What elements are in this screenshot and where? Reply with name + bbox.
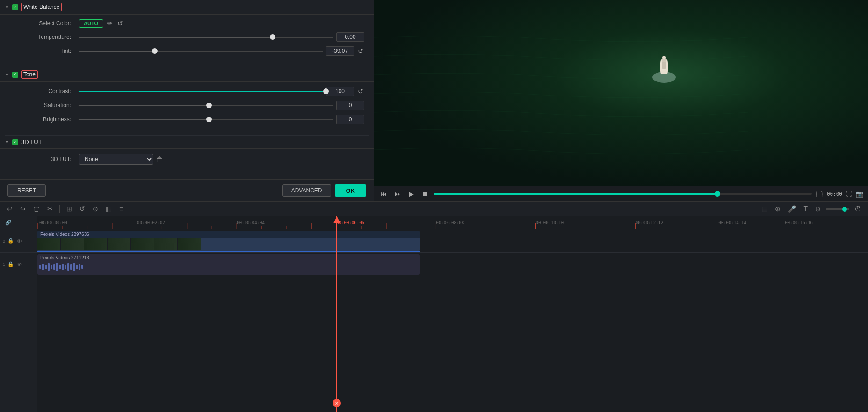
wbar-2 [42, 264, 44, 270]
step-back-button[interactable]: ⏭ [393, 189, 403, 199]
tone-title: Tone [21, 70, 38, 79]
crop-button[interactable]: ⊙ [90, 204, 101, 214]
lut3d-section-header[interactable]: ▼ 3D LUT [0, 136, 374, 149]
video-track: Pexels Videos 2297636 [37, 229, 868, 253]
progress-bar[interactable] [434, 193, 812, 195]
video-preview [374, 0, 868, 186]
curly-brace-right: } [821, 191, 823, 197]
split-button[interactable]: ⊞ [64, 204, 74, 214]
layer-button[interactable]: ▤ [759, 204, 770, 214]
lut-select[interactable]: None Vivid Cinematic Cool Warm [79, 154, 153, 165]
link-toggle-button[interactable]: 🔗 [3, 218, 14, 227]
video-clip-1-thumbnails [37, 238, 420, 251]
track-1-lock[interactable]: 🔒 [7, 261, 14, 268]
video-clip-selection-bar [37, 251, 420, 252]
video-clip-1[interactable]: Pexels Videos 2297636 [37, 231, 420, 251]
thumb-3 [84, 238, 108, 250]
saturation-slider[interactable] [79, 102, 333, 109]
auto-button[interactable]: AUTO [79, 19, 103, 28]
bottom-buttons: RESET ADVANCED OK [0, 179, 374, 201]
redo-button[interactable]: ↪ [18, 204, 28, 214]
brightness-slider[interactable] [79, 116, 333, 123]
fullscreen-icon[interactable]: ⛶ [846, 191, 852, 198]
track-2-lock[interactable]: 🔒 [7, 237, 14, 244]
white-balance-section-header[interactable]: ▼ White Balance [0, 0, 374, 15]
skip-back-button[interactable]: ⏮ [379, 189, 389, 199]
eyedropper-icon[interactable]: ✏ [106, 20, 114, 27]
wb-checkbox[interactable] [12, 4, 18, 10]
wbar-16 [81, 265, 83, 269]
undo-button[interactable]: ↩ [5, 204, 15, 214]
toolbar: ↩ ↪ 🗑 ✂ ⊞ ↺ ⊙ ▦ ≡ ▤ ⊕ 🎤 T ⊖ ⏱ [0, 202, 868, 216]
saturation-value[interactable] [336, 101, 364, 110]
playback-right-icons: ⛶ 📷 [846, 191, 863, 198]
wbar-9 [62, 264, 64, 270]
lut-label: 3D LUT: [23, 156, 75, 162]
brightness-value[interactable] [336, 115, 364, 124]
wbar-1 [39, 265, 41, 269]
advanced-button[interactable]: ADVANCED [282, 184, 331, 197]
wbar-7 [56, 263, 58, 271]
text-button[interactable]: T [801, 204, 810, 214]
grid-button[interactable]: ▦ [103, 204, 114, 214]
tone-checkbox[interactable] [12, 72, 18, 78]
brightness-row: Brightness: [23, 115, 364, 124]
contrast-slider[interactable] [79, 88, 323, 95]
white-balance-title: White Balance [21, 3, 62, 11]
temperature-slider[interactable] [79, 33, 333, 41]
contrast-label: Contrast: [23, 88, 75, 95]
play-button[interactable]: ▶ [407, 189, 416, 199]
reset-button[interactable]: RESET [7, 184, 46, 197]
ok-button[interactable]: OK [335, 184, 367, 197]
track-1-eye[interactable]: 👁 [16, 261, 22, 268]
tint-value[interactable] [326, 46, 354, 56]
record-button[interactable]: ⊕ [773, 204, 783, 214]
temperature-value[interactable] [336, 32, 364, 42]
track-1-header: 1 🔒 👁 [0, 253, 37, 276]
clock-button[interactable]: ⏱ [852, 204, 863, 214]
track-2-header: 2 🔒 👁 [0, 229, 37, 253]
wb-chevron-icon: ▼ [5, 5, 9, 10]
reset-contrast-icon[interactable]: ↺ [357, 88, 364, 95]
progress-thumb[interactable] [715, 191, 720, 197]
curly-brace-left: { [816, 191, 817, 197]
audio-waveform [37, 261, 420, 272]
tracks-content: Pexels Videos 2297636 [37, 229, 868, 412]
track-2-eye[interactable]: 👁 [16, 238, 22, 244]
wbar-14 [76, 265, 78, 269]
thumb-6 [154, 238, 178, 250]
delete-lut-icon[interactable]: 🗑 [156, 155, 163, 163]
timeline-ruler: 00:00:00:00 00:00:02:02 00:00:04:04 00:0… [37, 216, 868, 229]
cut-button[interactable]: ✂ [45, 204, 55, 214]
timeline-scroll-area[interactable]: 00:00:00:00 00:00:02:02 00:00:04:04 00:0… [37, 216, 868, 412]
tone-section-header[interactable]: ▼ Tone [0, 67, 374, 82]
contrast-value[interactable] [326, 87, 354, 96]
audio-clip-1[interactable]: Pexels Videos 2711213 [37, 254, 420, 275]
mic-button[interactable]: 🎤 [786, 204, 798, 214]
track-headers: 🔗 2 🔒 👁 1 🔒 👁 [0, 216, 37, 412]
thumb-7 [178, 238, 201, 250]
audio-clip-1-label: Pexels Videos 2711213 [37, 254, 420, 261]
stop-button[interactable]: ⏹ [420, 189, 430, 199]
zoom-slider[interactable] [826, 208, 849, 210]
video-clip-1-label: Pexels Videos 2297636 [37, 231, 420, 238]
tone-body: Contrast: ↺ Saturation: [0, 82, 374, 135]
select-color-row: Select Color: AUTO ✏ ↺ [23, 19, 364, 28]
reset-wb-icon[interactable]: ↺ [116, 20, 124, 27]
select-color-label: Select Color: [23, 20, 75, 27]
lut-checkbox[interactable] [12, 139, 18, 145]
rotate-button[interactable]: ↺ [77, 204, 87, 214]
wbar-13 [73, 263, 75, 271]
zoom-out-button[interactable]: ⊖ [813, 204, 823, 214]
contrast-row: Contrast: ↺ [23, 87, 364, 96]
tint-slider[interactable] [79, 47, 323, 55]
screenshot-icon[interactable]: 📷 [856, 191, 863, 198]
reset-tint-icon[interactable]: ↺ [357, 47, 364, 55]
lut3d-body: 3D LUT: None Vivid Cinematic Cool Warm 🗑 [0, 149, 374, 176]
toolbar-sep-1 [59, 205, 60, 213]
more-button[interactable]: ≡ [117, 204, 125, 214]
wbar-12 [70, 264, 72, 270]
delete-button[interactable]: 🗑 [31, 204, 42, 214]
svg-rect-0 [374, 0, 868, 186]
wbar-8 [59, 265, 61, 269]
